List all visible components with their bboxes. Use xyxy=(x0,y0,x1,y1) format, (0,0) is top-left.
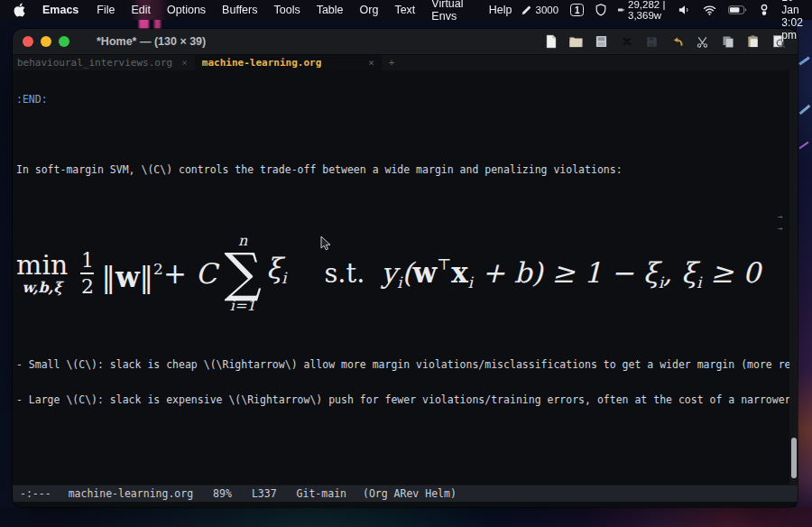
menu-text[interactable]: Text xyxy=(386,4,423,16)
traffic-lights xyxy=(13,36,69,47)
new-tab-button[interactable]: + xyxy=(382,57,402,69)
pen-count: 3000 xyxy=(536,5,559,15)
tab-label: machine-learning.org xyxy=(202,57,321,69)
apple-menu-icon[interactable] xyxy=(0,3,34,17)
menu-bar: Emacs File Edit Options Buffers Tools Ta… xyxy=(0,0,812,20)
modeline-modes[interactable]: (Org ARev Helm) xyxy=(363,487,457,500)
mini-battery-icon xyxy=(618,6,624,14)
modeline-line-number: L337 xyxy=(252,487,277,500)
window-title: *Home* — (130 × 39) xyxy=(97,35,206,48)
bullet-large-c: - Large \(C\): slack is expensive \(\Rig… xyxy=(16,394,798,406)
zoom-window-button[interactable] xyxy=(59,36,69,47)
tab-behavioural-interviews[interactable]: behavioural_interviews.org × xyxy=(13,55,195,70)
mode-line[interactable]: -:--- machine-learning.org 89% L337 Git-… xyxy=(13,485,798,502)
pen-status[interactable]: 3000 xyxy=(521,5,559,16)
menu-emacs[interactable]: Emacs xyxy=(34,4,88,16)
menu-help[interactable]: Help xyxy=(481,4,521,16)
modeline-buffer-name[interactable]: machine-learning.org xyxy=(69,487,193,500)
pencil-icon xyxy=(521,5,532,16)
menu-table[interactable]: Table xyxy=(309,4,352,16)
minimize-window-button[interactable] xyxy=(41,36,51,47)
power-stats-text: 29,282 | 3,369w xyxy=(628,0,667,21)
buffer-content[interactable]: :END: In soft-margin SVM, \(C\) controls… xyxy=(13,70,798,485)
fraction-half: 1 2 xyxy=(80,250,94,297)
tab-bar: behavioural_interviews.org × machine-lea… xyxy=(13,54,798,70)
plus-c-term: + C xyxy=(163,268,217,280)
min-operator: min w,b,ξ xyxy=(16,252,68,295)
summation: n ∑ i=1 xyxy=(224,234,261,313)
modeline-position: 89% xyxy=(213,487,232,500)
truncation-arrow: → xyxy=(778,224,787,234)
constraint: yi(w⊤xi + b) ≥ 1 − ξi, ξi ≥ 0 xyxy=(381,259,761,289)
subject-to: s.t. xyxy=(324,268,364,280)
emacs-window: *Home* — (130 × 39) behavioural_intervie… xyxy=(13,29,798,507)
menu-edit[interactable]: Edit xyxy=(123,4,159,16)
close-window-button[interactable] xyxy=(23,36,33,47)
menu-file[interactable]: File xyxy=(88,4,123,16)
screen-badge[interactable]: 1 xyxy=(570,4,584,16)
wifi-icon[interactable] xyxy=(703,5,716,15)
menu-org[interactable]: Org xyxy=(352,4,387,16)
battery-icon[interactable] xyxy=(728,5,747,14)
menu-buffers[interactable]: Buffers xyxy=(214,4,265,16)
modeline-vcs[interactable]: Git-main xyxy=(297,487,346,500)
wallpaper-right-strip xyxy=(797,20,812,507)
menu-tools[interactable]: Tools xyxy=(265,4,308,16)
volume-icon[interactable] xyxy=(678,5,691,15)
tab-label: behavioural_interviews.org xyxy=(17,57,172,69)
menu-status-area: 3000 1 29,282 | 3,369w Sat 10 Jan 3:02 p… xyxy=(521,0,812,42)
tab-machine-learning[interactable]: machine-learning.org × xyxy=(195,55,382,70)
modeline-state: -:--- xyxy=(20,487,51,500)
scrollbar-track[interactable] xyxy=(789,70,798,485)
menu-virtual-envs[interactable]: Virtual Envs xyxy=(423,0,481,23)
drawer-end-line: :END: xyxy=(16,94,798,106)
mouse-cursor xyxy=(320,236,332,255)
menu-options[interactable]: Options xyxy=(159,4,214,16)
bullet-small-c: - Small \(C\): slack is cheap \(\Rightar… xyxy=(16,359,798,371)
menu-clock[interactable]: Sat 10 Jan 3:02 pm xyxy=(781,0,803,42)
scrollbar-thumb[interactable] xyxy=(791,438,797,478)
status-app-icon[interactable] xyxy=(759,4,770,16)
xi-term: ξi xyxy=(266,263,287,284)
power-stats[interactable]: 29,282 | 3,369w xyxy=(618,0,667,21)
tab-close-icon[interactable]: × xyxy=(368,57,374,69)
wallpaper-bottom-strip xyxy=(0,507,812,527)
latex-equation-svm: min w,b,ξ 1 2 ‖w‖2 + C n ∑ i=1 ξi s.t. y… xyxy=(16,223,798,324)
tab-close-icon[interactable]: × xyxy=(181,57,188,69)
shield-icon[interactable] xyxy=(595,4,606,16)
intro-line: In soft-margin SVM, \(C\) controls the t… xyxy=(16,164,798,176)
norm-term: ‖w‖2 xyxy=(101,264,163,283)
truncation-arrow: → xyxy=(778,212,787,222)
